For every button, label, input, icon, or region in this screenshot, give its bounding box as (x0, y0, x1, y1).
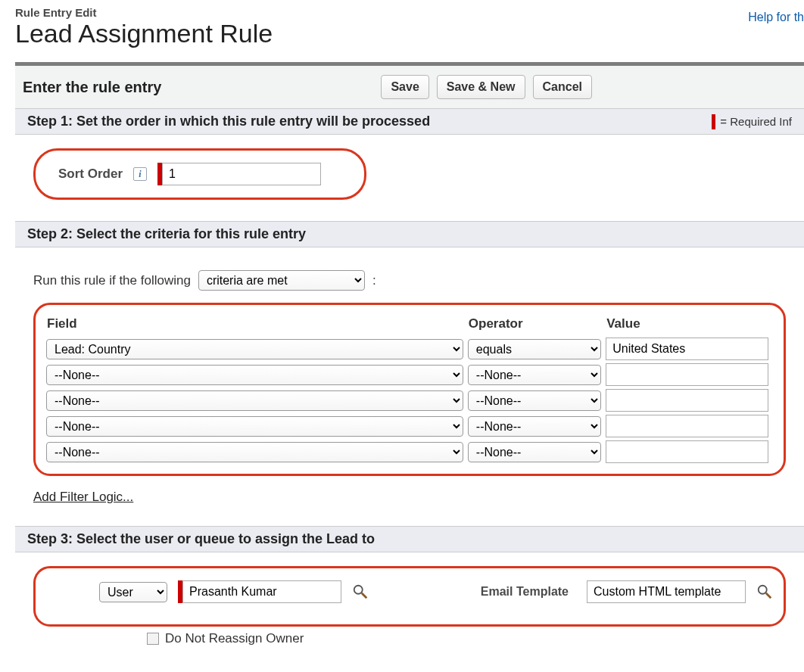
run-rule-prefix: Run this rule if the following (33, 273, 191, 288)
criteria-header-value: Value (606, 316, 773, 334)
step3-title: Step 3: Select the user or queue to assi… (27, 531, 375, 547)
criteria-field-select[interactable]: --None-- (46, 390, 463, 411)
save-and-new-button[interactable]: Save & New (437, 75, 525, 99)
criteria-operator-select[interactable]: --None-- (468, 442, 601, 462)
criteria-field-select[interactable]: --None-- (46, 442, 463, 462)
do-not-reassign-label: Do Not Reassign Owner (165, 631, 304, 646)
step2-header: Step 2: Select the criteria for this rul… (15, 221, 804, 247)
criteria-row: --None-- --None-- (46, 389, 773, 412)
criteria-value-input[interactable] (606, 415, 768, 437)
criteria-operator-select[interactable]: --None-- (468, 390, 601, 411)
enter-rule-entry-title: Enter the rule entry (23, 79, 161, 96)
criteria-field-select[interactable]: --None-- (46, 365, 463, 385)
criteria-value-input[interactable] (606, 338, 768, 360)
step1-title: Step 1: Set the order in which this rule… (27, 114, 430, 129)
enter-rule-entry-header: Enter the rule entry Save Save & New Can… (15, 66, 804, 108)
svg-line-3 (766, 593, 771, 598)
page-header: Rule Entry Edit Lead Assignment Rule Hel… (15, 6, 804, 48)
step2-title: Step 2: Select the criteria for this rul… (27, 226, 306, 242)
criteria-field-select[interactable]: --None-- (46, 416, 463, 437)
svg-point-0 (354, 586, 363, 594)
criteria-highlight: Field Operator Value Lead: Country equal… (33, 303, 786, 476)
criteria-mode-select[interactable]: criteria are met (198, 270, 365, 291)
do-not-reassign-checkbox[interactable] (147, 633, 159, 645)
svg-line-1 (362, 593, 366, 598)
lookup-icon[interactable] (756, 583, 773, 600)
criteria-field-select[interactable]: Lead: Country (46, 339, 463, 359)
criteria-value-input[interactable] (606, 440, 768, 463)
lookup-icon[interactable] (352, 583, 369, 600)
criteria-operator-select[interactable]: --None-- (468, 365, 601, 385)
cancel-button[interactable]: Cancel (533, 75, 592, 99)
sort-order-label: Sort Order (58, 166, 123, 182)
criteria-operator-select[interactable]: --None-- (468, 416, 601, 437)
criteria-value-input[interactable] (606, 363, 768, 386)
sort-order-input[interactable] (162, 163, 321, 185)
info-icon[interactable]: i (133, 167, 147, 181)
criteria-header-field: Field (46, 316, 468, 334)
required-info-legend: = Required Inf (712, 114, 792, 129)
criteria-row: --None-- --None-- (46, 440, 773, 463)
required-bar-icon (712, 114, 715, 129)
criteria-row: --None-- --None-- (46, 363, 773, 386)
assignee-type-select[interactable]: User (99, 582, 167, 602)
criteria-operator-select[interactable]: equals (468, 339, 601, 359)
help-link[interactable]: Help for th (748, 11, 804, 24)
criteria-row: --None-- --None-- (46, 415, 773, 437)
sort-order-highlight: Sort Order i (33, 148, 366, 200)
svg-point-2 (759, 586, 767, 594)
email-template-label: Email Template (481, 585, 569, 599)
assignee-name-input[interactable] (182, 580, 341, 603)
add-filter-logic-link[interactable]: Add Filter Logic... (33, 490, 133, 504)
save-button[interactable]: Save (381, 75, 428, 99)
email-template-input[interactable] (587, 580, 746, 603)
criteria-value-input[interactable] (606, 389, 768, 412)
step3-header: Step 3: Select the user or queue to assi… (15, 526, 804, 552)
criteria-row: Lead: Country equals (46, 338, 773, 360)
required-info-text: = Required Inf (720, 115, 792, 128)
colon: : (372, 273, 376, 288)
page-title: Lead Assignment Rule (15, 19, 273, 48)
assignee-highlight: User Email Template (33, 566, 786, 627)
criteria-header-operator: Operator (468, 316, 606, 334)
step1-header: Step 1: Set the order in which this rule… (15, 108, 804, 135)
rule-entry-edit-label: Rule Entry Edit (15, 6, 273, 19)
